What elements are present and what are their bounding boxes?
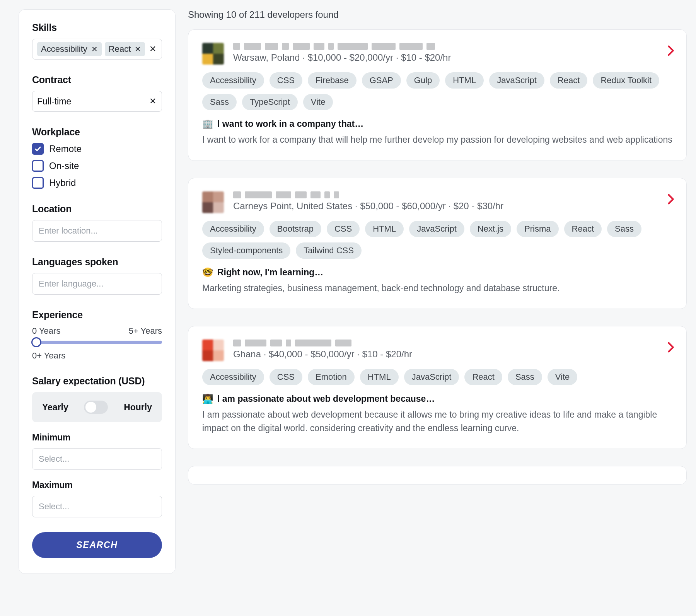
developer-name-redacted: [233, 43, 672, 50]
skill-tags: AccessibilityCSSEmotionHTMLJavaScriptRea…: [202, 369, 672, 385]
svg-rect-11: [213, 350, 224, 361]
redacted-name-fragment: [426, 43, 435, 50]
avatar: [202, 191, 224, 213]
skill-tag: Next.js: [470, 221, 511, 237]
svg-rect-5: [213, 191, 224, 202]
contract-select[interactable]: Full-time ✕: [32, 91, 162, 112]
experience-label: Experience: [32, 309, 162, 321]
redacted-name-fragment: [372, 43, 396, 50]
redacted-name-fragment: [245, 340, 266, 346]
redacted-name-fragment: [295, 191, 307, 198]
location-input[interactable]: [32, 220, 162, 242]
skill-chip-label: Accessibility: [41, 44, 87, 54]
experience-slider-thumb[interactable]: [31, 337, 41, 347]
skill-tag: Bootstrap: [270, 221, 321, 237]
redacted-name-fragment: [286, 340, 291, 346]
redacted-name-fragment: [338, 43, 368, 50]
remove-skill-icon[interactable]: ✕: [91, 45, 98, 53]
redacted-name-fragment: [245, 191, 272, 198]
svg-rect-3: [213, 54, 224, 65]
highlight-title: 🏢I want to work in a company that…: [202, 119, 672, 129]
highlight-emoji-icon: 🤓: [202, 267, 213, 278]
skill-tag: JavaScript: [404, 369, 459, 385]
contract-label: Contract: [32, 74, 162, 85]
developer-card[interactable]: Ghana · $40,000 - $50,000/yr · $10 - $20…: [188, 326, 687, 449]
svg-rect-7: [213, 202, 224, 213]
svg-rect-10: [202, 350, 213, 361]
checkbox[interactable]: [32, 160, 44, 172]
filter-salary: Salary expectation (USD) Yearly Hourly: [32, 375, 162, 422]
language-input[interactable]: [32, 273, 162, 295]
salary-hourly-label: Hourly: [124, 402, 152, 413]
workplace-option[interactable]: Remote: [32, 143, 162, 155]
experience-value: 0+ Years: [32, 351, 162, 361]
checkbox[interactable]: [32, 143, 44, 155]
salary-label: Salary expectation (USD): [32, 375, 162, 387]
experience-min-label: 0 Years: [32, 326, 60, 336]
skill-tag: Accessibility: [202, 369, 264, 385]
search-button[interactable]: SEARCH: [32, 532, 162, 558]
workplace-option-label: On-site: [49, 160, 79, 171]
developer-name-redacted: [233, 340, 672, 346]
open-profile-chevron-icon[interactable]: [667, 45, 675, 59]
workplace-option[interactable]: Hybrid: [32, 177, 162, 189]
redacted-name-fragment: [265, 43, 278, 50]
redacted-name-fragment: [295, 340, 331, 346]
skill-tag: Redux Toolkit: [593, 72, 659, 89]
skill-tag: React: [564, 221, 602, 237]
redacted-name-fragment: [270, 340, 282, 346]
redacted-name-fragment: [314, 43, 324, 50]
redacted-name-fragment: [293, 43, 310, 50]
filter-salary-max: Maximum: [32, 480, 162, 517]
clear-contract-icon[interactable]: ✕: [149, 96, 156, 106]
redacted-name-fragment: [328, 43, 334, 50]
filter-skills: Skills Accessibility✕React✕✕: [32, 22, 162, 60]
remove-skill-icon[interactable]: ✕: [135, 45, 141, 53]
redacted-name-fragment: [324, 191, 330, 198]
filter-languages: Languages spoken: [32, 256, 162, 295]
skills-label: Skills: [32, 22, 162, 33]
developer-card[interactable]: Warsaw, Poland · $10,000 - $20,000/yr · …: [188, 29, 687, 161]
salary-max-select[interactable]: [32, 496, 162, 517]
skill-chip: React✕: [105, 42, 145, 56]
experience-slider[interactable]: [32, 341, 162, 344]
skill-tag: HTML: [365, 221, 404, 237]
contract-value: Full-time: [37, 96, 71, 107]
clear-skills-icon[interactable]: ✕: [149, 44, 156, 54]
skill-tags: AccessibilityBootstrapCSSHTMLJavaScriptN…: [202, 221, 672, 259]
checkbox[interactable]: [32, 177, 44, 189]
languages-label: Languages spoken: [32, 256, 162, 268]
developer-card[interactable]: Carneys Point, United States · $50,000 -…: [188, 178, 687, 309]
skills-combobox[interactable]: Accessibility✕React✕✕: [32, 39, 162, 60]
skill-tag: GSAP: [362, 72, 401, 89]
filters-sidebar: Skills Accessibility✕React✕✕ Contract Fu…: [19, 9, 176, 574]
skill-tag: TypeScript: [242, 94, 298, 110]
skill-tag: Vite: [548, 369, 578, 385]
location-label: Location: [32, 203, 162, 215]
svg-rect-6: [202, 202, 213, 213]
salary-max-label: Maximum: [32, 480, 162, 490]
developer-card-stub[interactable]: [188, 466, 687, 485]
workplace-label: Workplace: [32, 126, 162, 138]
salary-period-switch[interactable]: [84, 401, 108, 414]
svg-rect-2: [202, 54, 213, 65]
svg-rect-8: [202, 340, 213, 350]
filter-contract: Contract Full-time ✕: [32, 74, 162, 112]
open-profile-chevron-icon[interactable]: [667, 342, 675, 355]
skill-tag: Styled-components: [202, 242, 290, 259]
redacted-name-fragment: [399, 43, 423, 50]
open-profile-chevron-icon[interactable]: [667, 194, 675, 207]
skill-tag: Firebase: [308, 72, 357, 89]
redacted-name-fragment: [310, 191, 321, 198]
salary-yearly-label: Yearly: [42, 402, 68, 413]
developer-meta: Ghana · $40,000 - $50,000/yr · $10 - $20…: [233, 349, 672, 360]
highlight-body: I want to work for a company that will h…: [202, 133, 672, 147]
workplace-option-label: Hybrid: [49, 177, 76, 188]
salary-min-select[interactable]: [32, 448, 162, 470]
svg-rect-9: [213, 340, 224, 350]
skill-tag: Prisma: [517, 221, 558, 237]
skill-tag: Sass: [508, 369, 542, 385]
filter-workplace: Workplace RemoteOn-siteHybrid: [32, 126, 162, 189]
workplace-option[interactable]: On-site: [32, 160, 162, 172]
skill-tag: JavaScript: [409, 221, 464, 237]
